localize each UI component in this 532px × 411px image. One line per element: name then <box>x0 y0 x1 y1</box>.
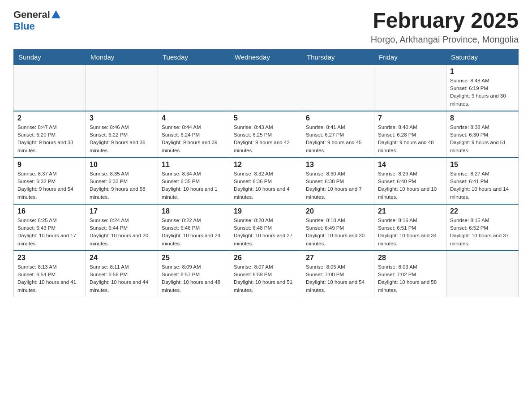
calendar-day-cell: 9Sunrise: 8:37 AM Sunset: 6:32 PM Daylig… <box>14 158 86 204</box>
col-header-thursday: Thursday <box>302 49 374 64</box>
calendar-week-row: 2Sunrise: 8:47 AM Sunset: 6:20 PM Daylig… <box>14 111 519 158</box>
day-number: 10 <box>90 161 154 169</box>
calendar-day-cell: 7Sunrise: 8:40 AM Sunset: 6:28 PM Daylig… <box>374 111 446 158</box>
day-info: Sunrise: 8:20 AM Sunset: 6:48 PM Dayligh… <box>234 217 298 248</box>
day-number: 19 <box>234 207 298 215</box>
calendar-day-cell: 2Sunrise: 8:47 AM Sunset: 6:20 PM Daylig… <box>14 111 86 158</box>
calendar-header-row: SundayMondayTuesdayWednesdayThursdayFrid… <box>14 49 519 64</box>
day-number: 27 <box>306 254 370 262</box>
day-number: 21 <box>378 207 442 215</box>
calendar-day-cell: 8Sunrise: 8:38 AM Sunset: 6:30 PM Daylig… <box>446 111 519 158</box>
calendar-day-cell <box>374 64 446 111</box>
calendar-table: SundayMondayTuesdayWednesdayThursdayFrid… <box>13 49 519 297</box>
day-info: Sunrise: 8:05 AM Sunset: 7:00 PM Dayligh… <box>306 263 370 294</box>
day-info: Sunrise: 8:03 AM Sunset: 7:02 PM Dayligh… <box>378 263 442 294</box>
day-info: Sunrise: 8:48 AM Sunset: 6:19 PM Dayligh… <box>450 77 515 108</box>
day-number: 1 <box>450 68 515 76</box>
col-header-tuesday: Tuesday <box>158 49 230 64</box>
calendar-day-cell: 12Sunrise: 8:32 AM Sunset: 6:36 PM Dayli… <box>230 158 302 204</box>
day-info: Sunrise: 8:37 AM Sunset: 6:32 PM Dayligh… <box>17 170 82 201</box>
calendar-day-cell: 17Sunrise: 8:24 AM Sunset: 6:44 PM Dayli… <box>86 204 158 251</box>
calendar-day-cell: 11Sunrise: 8:34 AM Sunset: 6:35 PM Dayli… <box>158 158 230 204</box>
day-number: 16 <box>17 207 82 215</box>
calendar-day-cell: 26Sunrise: 8:07 AM Sunset: 6:59 PM Dayli… <box>230 251 302 297</box>
day-info: Sunrise: 8:25 AM Sunset: 6:43 PM Dayligh… <box>17 217 82 248</box>
day-number: 20 <box>306 207 370 215</box>
day-number: 15 <box>450 161 515 169</box>
calendar-day-cell: 5Sunrise: 8:43 AM Sunset: 6:25 PM Daylig… <box>230 111 302 158</box>
day-info: Sunrise: 8:24 AM Sunset: 6:44 PM Dayligh… <box>90 217 154 248</box>
day-info: Sunrise: 8:46 AM Sunset: 6:22 PM Dayligh… <box>90 124 154 154</box>
calendar-day-cell: 14Sunrise: 8:29 AM Sunset: 6:40 PM Dayli… <box>374 158 446 204</box>
day-info: Sunrise: 8:35 AM Sunset: 6:33 PM Dayligh… <box>90 170 154 201</box>
logo-general-text: General <box>13 9 50 21</box>
logo-triangle-icon <box>51 10 60 18</box>
day-info: Sunrise: 8:13 AM Sunset: 6:54 PM Dayligh… <box>17 263 82 294</box>
day-info: Sunrise: 8:22 AM Sunset: 6:46 PM Dayligh… <box>162 217 226 248</box>
col-header-sunday: Sunday <box>14 49 86 64</box>
day-info: Sunrise: 8:18 AM Sunset: 6:49 PM Dayligh… <box>306 217 370 248</box>
logo: General Blue <box>13 9 60 32</box>
calendar-day-cell: 25Sunrise: 8:09 AM Sunset: 6:57 PM Dayli… <box>158 251 230 297</box>
day-info: Sunrise: 8:38 AM Sunset: 6:30 PM Dayligh… <box>450 124 515 154</box>
day-number: 26 <box>234 254 298 262</box>
calendar-day-cell: 24Sunrise: 8:11 AM Sunset: 6:56 PM Dayli… <box>86 251 158 297</box>
calendar-day-cell: 13Sunrise: 8:30 AM Sunset: 6:38 PM Dayli… <box>302 158 374 204</box>
calendar-day-cell <box>302 64 374 111</box>
calendar-day-cell: 28Sunrise: 8:03 AM Sunset: 7:02 PM Dayli… <box>374 251 446 297</box>
calendar-day-cell: 20Sunrise: 8:18 AM Sunset: 6:49 PM Dayli… <box>302 204 374 251</box>
day-number: 11 <box>162 161 226 169</box>
logo-blue-text: Blue <box>13 21 35 32</box>
calendar-day-cell <box>158 64 230 111</box>
day-info: Sunrise: 8:40 AM Sunset: 6:28 PM Dayligh… <box>378 124 442 154</box>
calendar-week-row: 16Sunrise: 8:25 AM Sunset: 6:43 PM Dayli… <box>14 204 519 251</box>
month-title: February 2025 <box>371 9 519 33</box>
calendar-week-row: 1Sunrise: 8:48 AM Sunset: 6:19 PM Daylig… <box>14 64 519 111</box>
day-number: 2 <box>17 114 82 122</box>
day-info: Sunrise: 8:07 AM Sunset: 6:59 PM Dayligh… <box>234 263 298 294</box>
calendar-week-row: 9Sunrise: 8:37 AM Sunset: 6:32 PM Daylig… <box>14 158 519 204</box>
calendar-day-cell: 3Sunrise: 8:46 AM Sunset: 6:22 PM Daylig… <box>86 111 158 158</box>
day-number: 8 <box>450 114 515 122</box>
day-info: Sunrise: 8:32 AM Sunset: 6:36 PM Dayligh… <box>234 170 298 201</box>
day-info: Sunrise: 8:29 AM Sunset: 6:40 PM Dayligh… <box>378 170 442 201</box>
day-number: 18 <box>162 207 226 215</box>
calendar-day-cell: 18Sunrise: 8:22 AM Sunset: 6:46 PM Dayli… <box>158 204 230 251</box>
calendar-day-cell <box>446 251 519 297</box>
calendar-day-cell <box>230 64 302 111</box>
day-number: 25 <box>162 254 226 262</box>
location-subtitle: Horgo, Arkhangai Province, Mongolia <box>371 34 519 45</box>
col-header-monday: Monday <box>86 49 158 64</box>
day-number: 6 <box>306 114 370 122</box>
calendar-day-cell: 10Sunrise: 8:35 AM Sunset: 6:33 PM Dayli… <box>86 158 158 204</box>
calendar-week-row: 23Sunrise: 8:13 AM Sunset: 6:54 PM Dayli… <box>14 251 519 297</box>
calendar-day-cell: 15Sunrise: 8:27 AM Sunset: 6:41 PM Dayli… <box>446 158 519 204</box>
day-info: Sunrise: 8:43 AM Sunset: 6:25 PM Dayligh… <box>234 124 298 154</box>
day-info: Sunrise: 8:09 AM Sunset: 6:57 PM Dayligh… <box>162 263 226 294</box>
day-number: 23 <box>17 254 82 262</box>
day-number: 22 <box>450 207 515 215</box>
day-number: 3 <box>90 114 154 122</box>
day-info: Sunrise: 8:34 AM Sunset: 6:35 PM Dayligh… <box>162 170 226 201</box>
day-number: 28 <box>378 254 442 262</box>
day-info: Sunrise: 8:47 AM Sunset: 6:20 PM Dayligh… <box>17 124 82 154</box>
day-number: 24 <box>90 254 154 262</box>
day-number: 9 <box>17 161 82 169</box>
day-info: Sunrise: 8:11 AM Sunset: 6:56 PM Dayligh… <box>90 263 154 294</box>
calendar-day-cell: 22Sunrise: 8:15 AM Sunset: 6:52 PM Dayli… <box>446 204 519 251</box>
calendar-day-cell: 6Sunrise: 8:41 AM Sunset: 6:27 PM Daylig… <box>302 111 374 158</box>
title-section: February 2025 Horgo, Arkhangai Province,… <box>371 9 519 45</box>
calendar-day-cell: 27Sunrise: 8:05 AM Sunset: 7:00 PM Dayli… <box>302 251 374 297</box>
day-number: 17 <box>90 207 154 215</box>
day-number: 7 <box>378 114 442 122</box>
day-info: Sunrise: 8:30 AM Sunset: 6:38 PM Dayligh… <box>306 170 370 201</box>
day-info: Sunrise: 8:16 AM Sunset: 6:51 PM Dayligh… <box>378 217 442 248</box>
page-header: General Blue February 2025 Horgo, Arkhan… <box>13 9 519 45</box>
day-number: 4 <box>162 114 226 122</box>
day-info: Sunrise: 8:15 AM Sunset: 6:52 PM Dayligh… <box>450 217 515 248</box>
col-header-friday: Friday <box>374 49 446 64</box>
calendar-day-cell <box>86 64 158 111</box>
calendar-day-cell: 23Sunrise: 8:13 AM Sunset: 6:54 PM Dayli… <box>14 251 86 297</box>
day-info: Sunrise: 8:41 AM Sunset: 6:27 PM Dayligh… <box>306 124 370 154</box>
calendar-day-cell: 21Sunrise: 8:16 AM Sunset: 6:51 PM Dayli… <box>374 204 446 251</box>
